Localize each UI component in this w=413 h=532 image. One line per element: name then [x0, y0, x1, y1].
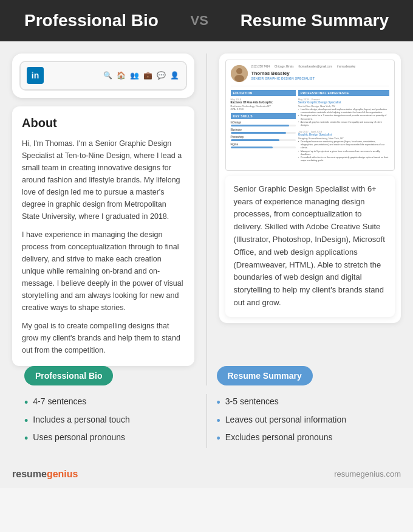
linkedin-icon: in: [27, 67, 44, 84]
skill-illustrator: Illustrator: [231, 128, 296, 134]
bio-paragraph-2: I have experience in managing the design…: [22, 229, 185, 314]
skill-figma: Figma: [231, 143, 296, 148]
message-nav-icon: 💬: [157, 71, 166, 80]
bio-bullet-text-2: Includes a personal touch: [33, 415, 130, 424]
resume-summary-label: Resume Summary: [217, 366, 313, 385]
resume-contact-row: (312) 258 7414 Chicago, Illinois thomasb…: [251, 65, 390, 68]
columns-divider: [206, 54, 207, 366]
bio-paragraph-1: Hi, I'm Thomas. I'm a Senior Graphic Des…: [22, 137, 185, 223]
resume-left-col: EDUCATION May 2018 Bachelor Of Fine Arts…: [231, 90, 296, 165]
summary-text-box: Senior Graphic Design Specialist with 6+…: [225, 176, 395, 317]
resume-job-title: SENIOR GRAPHIC DESIGN SPECIALIST: [251, 77, 390, 80]
education-item: May 2018 Bachelor Of Fine Arts In Graphi…: [231, 98, 296, 111]
resume-bullet-dot-3: •: [217, 432, 220, 446]
bio-bullet-text-3: Uses personal pronouns: [33, 432, 125, 442]
experience-section-header: PROFESSIONAL EXPERIENCE: [298, 90, 389, 96]
top-cards-row: in 🔍 🏠 👥 💼 💬 👤 About: [12, 54, 401, 366]
labels-row: Professional Bio Resume Summary: [12, 366, 401, 385]
phone-nav-icons: 🔍 🏠 👥 💼 💬 👤: [103, 71, 180, 80]
resume-right-col: PROFESSIONAL EXPERIENCE May 2018 – Prese…: [298, 90, 389, 165]
bullet-dot-3: •: [24, 432, 28, 446]
exp-item-1: May 2018 – Present Senior Graphic Design…: [298, 98, 389, 128]
footer-url: resumegenius.com: [334, 469, 401, 478]
bullet-dot-1: •: [24, 396, 28, 410]
resume-website: thomasbeasley: [337, 65, 355, 68]
skill-indesign: InDesign: [231, 121, 296, 126]
resume-doc-header: (312) 258 7414 Chicago, Illinois thomasb…: [231, 65, 390, 86]
professional-bio-label: Professional Bio: [24, 366, 113, 385]
page-footer: resumegenius resumegenius.com: [0, 463, 413, 488]
footer-logo: resumegenius: [12, 469, 78, 480]
exp-item-2: July 2017 – April 2018 Graphic Design Sp…: [298, 130, 389, 163]
right-column: (312) 258 7414 Chicago, Illinois thomasb…: [219, 54, 401, 323]
bio-bullet-1: • 4-7 sentences: [24, 394, 197, 412]
svg-point-1: [236, 68, 242, 74]
resume-bullet-1: • 3-5 sentences: [217, 394, 389, 412]
resume-bullet-list: • 3-5 sentences • Leaves out personal in…: [217, 394, 389, 448]
resume-card: (312) 258 7414 Chicago, Illinois thomasb…: [219, 54, 401, 323]
resume-email: thomasbeasley@gmail.com: [299, 65, 332, 68]
network-nav-icon: 👥: [130, 71, 140, 80]
svg-point-2: [234, 75, 244, 82]
labels-divider: [206, 366, 207, 385]
edu-gpa: GPA: 3.79.0: [231, 108, 296, 111]
resume-bullet-text-3: Excludes personal pronouns: [225, 432, 333, 442]
header-left-title: Professional Bio: [24, 11, 159, 30]
bullets-row: • 4-7 sentences • Includes a personal to…: [12, 394, 401, 448]
bullets-divider: [206, 394, 207, 448]
footer-logo-genius: genius: [47, 469, 78, 479]
education-section-header: EDUCATION: [231, 90, 296, 96]
resume-bullet-text-1: 3-5 sentences: [225, 396, 279, 406]
avatar-image: [231, 65, 248, 82]
skills-section-header: KEY SKILLS: [231, 113, 296, 119]
phone-screen: in 🔍 🏠 👥 💼 💬 👤: [19, 61, 187, 91]
right-label-section: Resume Summary: [217, 366, 389, 385]
resume-avatar: [231, 65, 248, 82]
resume-name-block: (312) 258 7414 Chicago, Illinois thomasb…: [251, 65, 390, 80]
bio-text: Hi, I'm Thomas. I'm a Senior Graphic Des…: [22, 137, 185, 356]
bio-bullet-3: • Uses personal pronouns: [24, 430, 197, 448]
resume-phone: (312) 258 7414: [251, 65, 270, 68]
skill-photoshop: Photoshop: [231, 136, 296, 141]
main-content: in 🔍 🏠 👥 💼 💬 👤 About: [0, 41, 413, 463]
resume-bullet-dot-2: •: [217, 415, 220, 428]
phone-mockup: in 🔍 🏠 👥 💼 💬 👤: [12, 54, 194, 98]
left-column: in 🔍 🏠 👥 💼 💬 👤 About: [12, 54, 194, 366]
right-bullets-section: • 3-5 sentences • Leaves out personal in…: [217, 394, 389, 448]
left-label-section: Professional Bio: [24, 366, 197, 385]
jobs-nav-icon: 💼: [143, 71, 153, 80]
bio-paragraph-3: My goal is to create compelling designs …: [22, 320, 185, 356]
bio-bullet-text-1: 4-7 sentences: [33, 396, 86, 406]
resume-document: (312) 258 7414 Chicago, Illinois thomasb…: [225, 60, 395, 171]
resume-bullet-text-2: Leaves out personal information: [225, 415, 346, 424]
header-right-title: Resume Summary: [241, 11, 389, 30]
phone-nav-bar: in 🔍 🏠 👥 💼 💬 👤: [21, 62, 186, 89]
resume-bullet-dot-1: •: [217, 396, 220, 410]
resume-full-name: Thomas Beasley: [251, 71, 390, 77]
resume-body-columns: EDUCATION May 2018 Bachelor Of Fine Arts…: [231, 90, 390, 165]
bio-about-heading: About: [22, 116, 185, 130]
resume-city: Chicago, Illinois: [275, 65, 294, 68]
home-nav-icon: 🏠: [117, 71, 126, 80]
profile-nav-icon: 👤: [170, 71, 180, 80]
footer-logo-resume: resume: [12, 469, 47, 479]
bio-bullet-list: • 4-7 sentences • Includes a personal to…: [24, 394, 197, 448]
resume-bullet-2: • Leaves out personal information: [217, 412, 389, 430]
page-header: Professional Bio VS Resume Summary: [0, 0, 413, 41]
search-nav-icon: 🔍: [103, 71, 113, 80]
left-bullets-section: • 4-7 sentences • Includes a personal to…: [24, 394, 197, 448]
resume-bullet-3: • Excludes personal pronouns: [217, 430, 389, 448]
bullet-dot-2: •: [24, 415, 28, 428]
bio-card: About Hi, I'm Thomas. I'm a Senior Graph…: [12, 106, 194, 366]
bio-bullet-2: • Includes a personal touch: [24, 412, 197, 430]
header-vs-label: VS: [191, 13, 208, 29]
